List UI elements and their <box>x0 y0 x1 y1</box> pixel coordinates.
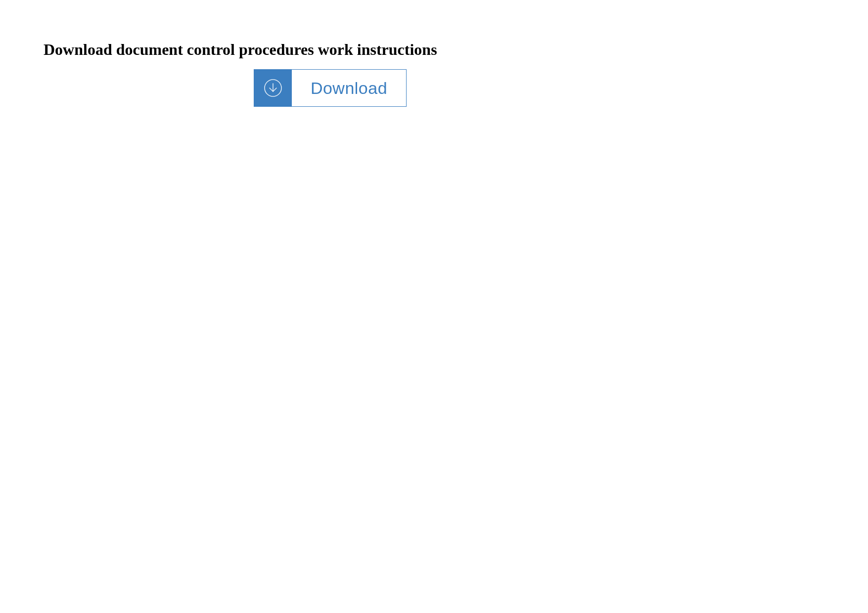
download-icon-box <box>254 70 292 106</box>
download-button-label: Download <box>292 70 406 106</box>
download-arrow-circle-icon <box>263 78 283 98</box>
page-title: Download document control procedures wor… <box>44 41 437 59</box>
download-button[interactable]: Download <box>254 69 407 107</box>
